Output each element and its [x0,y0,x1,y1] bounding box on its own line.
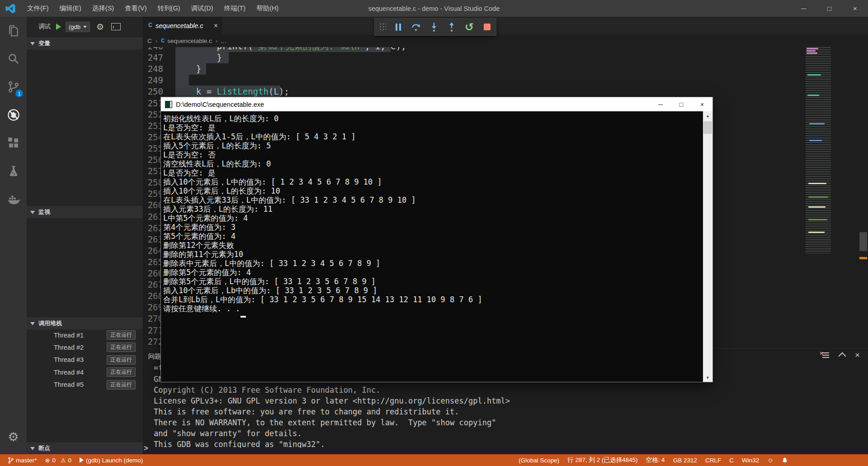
extensions-icon[interactable] [0,129,27,157]
menu-item-转到[interactable]: 转到(G) [152,0,186,17]
console-title-bar[interactable]: D:\demo\C\sequencetable.exe ─ □ × [161,97,712,111]
tab-sequencetable[interactable]: C sequencetable.c × [143,17,222,34]
editor-tab-bar: C sequencetable.c × [143,17,868,34]
menu-item-帮助[interactable]: 帮助(H) [251,0,284,17]
pause-icon[interactable] [393,21,404,33]
menu-item-选择[interactable]: 选择(S) [87,0,119,17]
editor-line[interactable]: 247 } [143,52,806,63]
explorer-icon[interactable] [0,17,27,45]
console-window[interactable]: D:\demo\C\sequencetable.exe ─ □ × 初始化线性表… [160,97,713,382]
git-branch-item[interactable]: master* [4,457,41,464]
encoding[interactable]: GB 2312 [669,457,701,464]
close-panel-icon[interactable]: × [855,351,860,359]
editor-line[interactable]: 249 [143,74,806,86]
status-bar: master* ⊗ 0 ⚠ 0 (gdb) Launch (demo) (Glo… [0,454,868,466]
test-beaker-icon[interactable] [0,157,27,185]
scroll-up-icon[interactable]: ▲ [703,111,712,120]
call-stack-thread[interactable]: Thread #2正在运行 [27,341,143,353]
menu-item-文件[interactable]: 文件(F) [22,0,54,17]
feedback-smiley-icon[interactable]: ☺ [763,457,778,464]
breadcrumb[interactable]: C › C sequencetable.c › … [143,34,806,47]
start-debugging-icon[interactable] [56,24,61,30]
maximize-panel-icon[interactable] [838,352,846,360]
editor-scrollbar[interactable] [859,232,867,251]
debug-icon[interactable] [0,101,27,129]
vscode-logo [5,4,15,14]
notifications-bell-icon[interactable] [778,457,792,464]
sidebar-section-call-stack[interactable]: 调用堆栈 [27,317,143,329]
launch-config-dropdown[interactable]: (gdb [66,22,90,32]
call-stack-thread[interactable]: Thread #4正在运行 [27,366,143,378]
call-stack-thread[interactable]: Thread #3正在运行 [27,354,143,366]
menu-item-调试[interactable]: 调试(D) [185,0,218,17]
minimize-button[interactable]: ─ [791,0,816,17]
menu-item-编辑[interactable]: 编辑(E) [54,0,87,17]
launch-status-item[interactable]: (gdb) Launch (demo) [75,457,147,464]
step-over-icon[interactable] [410,21,422,33]
scrollbar-selection-marker [859,257,867,259]
menu-item-查看[interactable]: 查看(V) [119,0,152,17]
source-control-icon[interactable]: 1 [0,73,27,101]
gdb-output-line: There is NO WARRANTY, to the extent perm… [154,417,741,428]
sidebar-section-breakpoints[interactable]: 断点 [27,442,143,454]
console-line: 删除表中元素后，L中的值为: [ 33 1 2 3 4 5 6 7 8 9 ] [163,259,482,268]
debug-sidebar: 调试 (gdb ⚙ › 变量 监视 调用堆栈 Thread #1正在运行Thre… [27,17,143,454]
tab-close-icon[interactable]: × [214,22,218,30]
docker-icon[interactable] [0,185,27,213]
editor-line[interactable]: 250 k = ListLength(L); [143,86,806,97]
restart-icon[interactable]: ↺ [464,21,475,33]
sidebar-section-watch[interactable]: 监视 [27,205,143,218]
clear-output-icon[interactable]: × [821,352,830,359]
sidebar-section-variables[interactable]: 变量 [27,37,143,49]
configure-gear-icon[interactable]: ⚙ [96,22,104,32]
step-out-icon[interactable] [446,21,457,33]
stop-icon[interactable] [481,21,493,33]
line-number[interactable]: 247 [143,52,163,63]
restore-button[interactable]: □ [816,0,842,17]
menu-bar: 文件(F)编辑(E)选择(S)查看(V)转到(G)调试(D)终端(T)帮助(H) [22,0,284,17]
console-maximize-button[interactable]: □ [671,97,692,111]
debug-console-prompt[interactable]: > [144,444,148,453]
editor-line[interactable]: 248 } [143,63,806,75]
console-minimize-button[interactable]: ─ [650,97,671,111]
call-stack-thread[interactable]: Thread #5正在运行 [27,379,143,391]
console-line: 插入元素33后，L的长度为: 11 [163,204,482,214]
step-into-icon[interactable] [428,21,439,33]
console-line: 请按任意键继续. . . [163,304,482,313]
tab-problems[interactable]: 问题 [148,352,161,361]
platform[interactable]: Win32 [738,457,763,464]
chevron-down-icon [83,26,87,28]
menu-item-终端[interactable]: 终端(T) [219,0,251,17]
console-scrollbar[interactable]: ▲ ▼ [703,111,712,382]
language-mode[interactable]: C [725,457,738,464]
scroll-down-icon[interactable]: ▼ [703,373,712,382]
search-icon[interactable] [0,45,27,73]
scope-indicator[interactable]: (Global Scope) [514,457,563,464]
console-line: 清空线性表L后，L的长度为: 0 [163,159,482,168]
console-close-button[interactable]: × [692,97,712,111]
cursor-position[interactable]: 行 287, 列 2 (已选择4845) [563,456,642,464]
indentation[interactable]: 空格: 4 [642,456,669,464]
line-number[interactable]: 249 [143,74,163,86]
console-line: L是否为空: 是 [163,168,482,177]
thread-status-badge: 正在运行 [107,342,136,352]
console-body[interactable]: 初始化线性表L后，L的长度为: 0L是否为空: 是在L表头依次插入1-5后，L中… [161,111,712,382]
line-number[interactable]: 248 [143,63,163,75]
call-stack-thread[interactable]: Thread #1正在运行 [27,329,143,341]
console-line: 插入10个元素后，L中的值为: [ 1 2 3 4 5 6 7 8 9 10 ] [163,177,482,186]
minimap[interactable] [806,47,839,253]
console-line: 初始化线性表L后，L的长度为: 0 [163,114,482,123]
thread-status-badge: 正在运行 [107,330,136,340]
breadcrumb-separator: › [216,38,218,44]
settings-gear-icon[interactable]: ⚙ [0,428,27,446]
eol[interactable]: CRLF [701,457,725,464]
console-scroll-thumb[interactable] [703,121,712,134]
line-number[interactable]: 250 [143,86,163,97]
drag-grip-icon[interactable] [379,23,386,32]
console-line: 第5个元素的值为: 4 [163,232,482,241]
c-file-icon: C [161,38,165,44]
errors-warnings-item[interactable]: ⊗ 0 ⚠ 0 [41,457,76,464]
thread-status-badge: 正在运行 [107,355,136,365]
debug-console-icon[interactable]: › [111,23,121,30]
close-button[interactable]: × [842,0,868,17]
